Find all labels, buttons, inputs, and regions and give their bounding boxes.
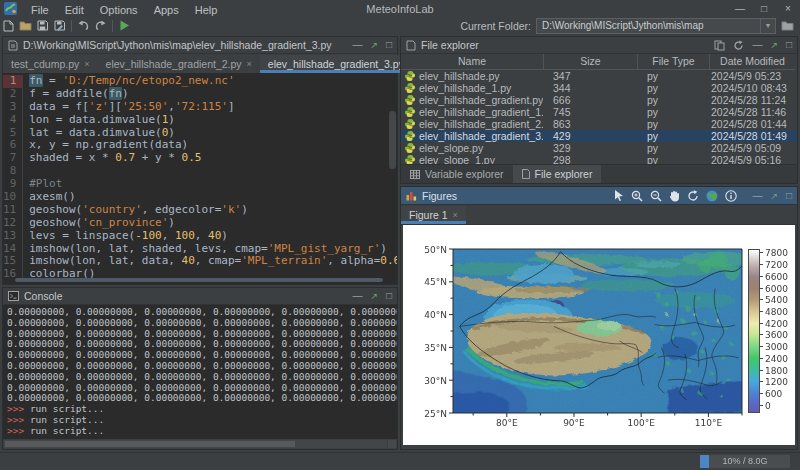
file-table-header[interactable]: NameSizeFile TypeDate Modified (401, 54, 797, 70)
colorbar-tick (760, 252, 763, 253)
column-header-name[interactable]: Name (401, 54, 543, 70)
file-date-cell: 2024/5/9 05:23 (709, 70, 795, 82)
tab-close-icon[interactable]: × (247, 59, 252, 69)
paste-path-icon[interactable] (714, 40, 725, 51)
console-minimize-icon[interactable]: — (352, 289, 362, 303)
colorbar-tick (760, 393, 763, 394)
refresh-icon[interactable] (733, 40, 744, 51)
table-row[interactable]: elev_hillshade_1.py344py2024/5/10 08:43 (401, 82, 797, 94)
figure-canvas[interactable]: 80°E90°E100°E110°E25°N30°N35°N40°N45°N50… (403, 225, 795, 445)
run-script-button[interactable] (116, 18, 133, 33)
file-size-cell: 329 (543, 142, 637, 154)
figure-tab-close-icon[interactable]: × (453, 210, 458, 220)
colorbar-tick-label: 600 (765, 389, 782, 399)
current-folder-combo[interactable]: D:\Working\MIScript\Jython\mis\map ▾ (536, 18, 776, 34)
new-file-button[interactable] (0, 18, 17, 33)
column-header-date-modified[interactable]: Date Modified (709, 54, 795, 70)
table-row[interactable]: elev_hillshade_gradient_1.py745py2024/5/… (401, 106, 797, 118)
info-icon[interactable] (725, 190, 737, 202)
console-horizontal-scrollbar[interactable] (4, 440, 387, 448)
file-size-cell: 863 (543, 118, 637, 130)
line-number: 11 (3, 204, 22, 217)
colorbar-tick-label: 6000 (765, 284, 788, 294)
pointer-icon[interactable] (614, 190, 624, 201)
table-row[interactable]: elev_hillshade.py347py2024/5/9 05:23 (401, 70, 797, 82)
table-row[interactable]: elev_hillshade_gradient_3.py429py2024/5/… (401, 130, 797, 142)
console-float-icon[interactable]: ↗ (370, 289, 378, 303)
code-line: #Plot (29, 178, 397, 191)
colorbar-tick-label: 4800 (765, 307, 788, 317)
browse-folder-button[interactable] (781, 17, 794, 35)
y-tick-label: 50°N (417, 245, 447, 255)
line-number: 1 (3, 75, 22, 88)
console-maximize-icon[interactable]: □ (386, 289, 392, 303)
globe-icon[interactable] (706, 190, 718, 202)
editor-float-icon[interactable]: ↗ (370, 38, 378, 52)
file-explorer-float-icon[interactable]: ↗ (770, 38, 778, 52)
table-row[interactable]: elev_slope.py329py2024/5/9 05:09 (401, 142, 797, 154)
y-tick-label: 30°N (417, 376, 447, 386)
y-tick-label: 25°N (417, 409, 447, 419)
undo-button[interactable] (75, 18, 92, 33)
menu-file[interactable]: File (23, 4, 57, 16)
meteoinfolab-window: FileEditOptionsAppsHelp MeteoInfoLab — □… (0, 0, 800, 470)
menu-edit[interactable]: Edit (57, 4, 92, 16)
tab-variable-explorer[interactable]: Variable explorer (401, 165, 513, 183)
y-tick-label: 45°N (417, 277, 447, 287)
colorbar-tick (760, 334, 763, 335)
script-file-icon (8, 40, 18, 51)
file-table: elev_hillshade.py347py2024/5/9 05:23elev… (401, 70, 797, 166)
editor-tab[interactable]: elev_hillshade_gradient_2.py× (98, 55, 260, 73)
tab-file-explorer[interactable]: File explorer (513, 165, 602, 183)
file-size-cell: 344 (543, 82, 637, 94)
console-output[interactable]: 0.00000000, 0.00000000, 0.00000000, 0.00… (3, 305, 397, 439)
colorbar-tick-label: 2400 (765, 354, 788, 364)
editor-tab[interactable]: test_cdump.py× (3, 55, 98, 73)
table-row[interactable]: elev_hillshade_gradient.py666py2024/5/28… (401, 94, 797, 106)
file-type-cell: py (637, 70, 709, 82)
file-date-cell: 2024/5/10 08:43 (709, 82, 795, 94)
zoom-out-icon[interactable] (650, 190, 662, 202)
colorbar-tick (760, 288, 763, 289)
pan-hand-icon[interactable] (669, 190, 680, 202)
column-header-file-type[interactable]: File Type (637, 54, 709, 70)
menu-apps[interactable]: Apps (146, 4, 187, 16)
tab-close-icon[interactable]: × (84, 59, 89, 69)
figure-tab[interactable]: Figure 1 × (401, 206, 466, 224)
figures-maximize-icon[interactable]: □ (786, 189, 792, 203)
editor-maximize-icon[interactable]: □ (386, 38, 392, 52)
y-tick-label: 35°N (417, 343, 447, 353)
editor-minimize-icon[interactable]: — (352, 38, 362, 52)
menu-options[interactable]: Options (92, 4, 146, 16)
figures-minimize-icon[interactable]: — (752, 189, 762, 203)
file-size-cell: 347 (543, 70, 637, 82)
colorbar-tick (760, 358, 763, 359)
console-title: Console (24, 290, 63, 302)
open-folder-button[interactable] (17, 18, 34, 33)
file-explorer-maximize-icon[interactable]: □ (786, 38, 792, 52)
file-date-cell: 2024/5/28 01:44 (709, 118, 795, 130)
chevron-down-icon[interactable]: ▾ (760, 19, 775, 33)
minimize-window-icon[interactable]: — (728, 0, 752, 17)
editor-tab[interactable]: elev_hillshade_gradient_3.py× (260, 55, 422, 73)
console-panel: Console — ↗ □ 0.00000000, 0.00000000, 0.… (2, 287, 398, 450)
menu-help[interactable]: Help (187, 4, 226, 16)
maximize-window-icon[interactable]: □ (752, 0, 776, 17)
figures-float-icon[interactable]: ↗ (770, 189, 778, 203)
code-line (29, 165, 397, 178)
rotate-icon[interactable] (687, 190, 699, 202)
table-row[interactable]: elev_hillshade_gradient_2.py863py2024/5/… (401, 118, 797, 130)
file-explorer-minimize-icon[interactable]: — (752, 38, 762, 52)
save-button[interactable] (34, 18, 51, 33)
save-as-button[interactable] (51, 18, 68, 33)
zoom-in-icon[interactable] (631, 190, 643, 202)
colorbar-tick (760, 381, 763, 382)
column-header-size[interactable]: Size (543, 54, 637, 70)
code-editor[interactable]: 12345678910111213141516 fn = 'D:/Temp/nc… (3, 73, 397, 284)
colorbar-tick-label: 1800 (765, 366, 788, 376)
editor-vertical-scrollbar[interactable] (389, 111, 396, 169)
redo-button[interactable] (92, 18, 109, 33)
close-window-icon[interactable]: × (776, 0, 800, 17)
editor-horizontal-scrollbar[interactable] (15, 278, 383, 282)
file-date-cell: 2024/5/28 11:24 (709, 94, 795, 106)
